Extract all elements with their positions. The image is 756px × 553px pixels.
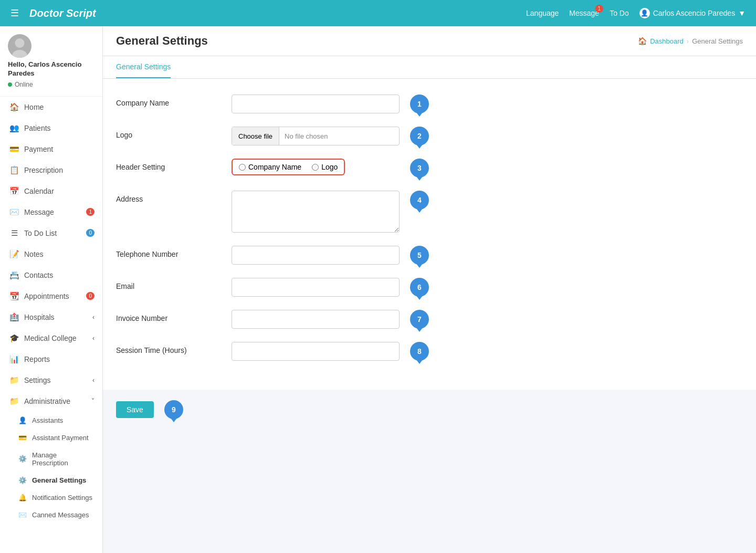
sidebar-item-appointments[interactable]: 📆 Appointments 0 <box>0 286 102 307</box>
address-textarea[interactable] <box>232 191 400 233</box>
form-row-address: Address 4 <box>116 191 743 233</box>
sidebar-item-label: Appointments <box>24 292 69 300</box>
sidebar-item-label: Notes <box>24 250 44 258</box>
sub-item-label: Notification Settings <box>32 494 92 502</box>
radio-company-name[interactable]: Company Name <box>239 163 301 171</box>
file-no-chosen-label: No file chosen <box>279 132 333 140</box>
sidebar-item-todolist[interactable]: ☰ To Do List 0 <box>0 223 102 244</box>
sidebar-item-patients[interactable]: 👥 Patients <box>0 118 102 139</box>
sub-item-canned-messages[interactable]: ✉️ Canned Messages <box>0 506 102 524</box>
radio-logo-label: Logo <box>321 163 338 171</box>
sidebar-item-settings[interactable]: 📁 Settings ‹ <box>0 370 102 391</box>
radio-company-name-input[interactable] <box>239 164 246 171</box>
general-settings-icon: ⚙️ <box>18 476 27 484</box>
sidebar-item-home[interactable]: 🏠 Home <box>0 97 102 118</box>
user-dropdown-icon: ▼ <box>738 9 746 17</box>
sub-item-assistant-payment[interactable]: 💳 Assistant Payment <box>0 429 102 446</box>
notification-settings-icon: 🔔 <box>18 494 27 502</box>
assistants-icon: 👤 <box>18 416 27 424</box>
svg-point-1 <box>15 38 25 48</box>
header-setting-options: Company Name Logo <box>232 159 345 175</box>
sidebar-item-label: Reports <box>24 355 50 363</box>
sidebar-item-contacts[interactable]: 📇 Contacts <box>0 265 102 286</box>
header-setting-wrap-outer: Company Name Logo <box>232 159 400 175</box>
radio-company-name-label: Company Name <box>248 163 301 171</box>
radio-logo[interactable]: Logo <box>312 163 338 171</box>
company-name-wrap <box>232 95 400 113</box>
sidebar-item-label: Contacts <box>24 271 53 279</box>
tab-general-settings[interactable]: General Settings <box>116 56 171 78</box>
sidebar-status: Online <box>8 81 33 88</box>
sub-item-label: Assistants <box>32 416 63 424</box>
user-name: Carlos Ascencio Paredes <box>653 9 735 17</box>
indicator-1: 1 <box>410 95 429 113</box>
email-label: Email <box>116 278 221 290</box>
sidebar-item-administrative[interactable]: 📁 Administrative ˅ <box>0 391 102 412</box>
telephone-input[interactable] <box>232 246 400 265</box>
sidebar-item-payment[interactable]: 💳 Payment <box>0 139 102 160</box>
message-nav-item[interactable]: Message 1 <box>569 9 599 17</box>
message-badge: 1 <box>595 5 604 13</box>
save-section: Save 9 <box>103 390 756 440</box>
save-button[interactable]: Save <box>116 401 154 418</box>
file-input-wrap: Choose file No file chosen <box>232 127 400 145</box>
session-time-input[interactable] <box>232 342 400 361</box>
company-name-input[interactable] <box>232 95 400 113</box>
sidebar-item-medical-college[interactable]: 🎓 Medical College ‹ <box>0 328 102 349</box>
logo-label: Logo <box>116 127 221 139</box>
sidebar-item-prescription[interactable]: 📋 Prescription <box>0 160 102 181</box>
breadcrumb-separator: › <box>687 37 689 45</box>
sidebar-item-label: To Do List <box>24 229 57 237</box>
session-time-label: Session Time (Hours) <box>116 342 221 354</box>
user-menu[interactable]: 👤 Carlos Ascencio Paredes ▼ <box>639 8 746 18</box>
administrative-icon: 📁 <box>9 397 19 406</box>
indicator-4: 4 <box>410 191 429 210</box>
chevron-icon: ‹ <box>92 314 94 321</box>
sidebar-item-hospitals[interactable]: 🏥 Hospitals ‹ <box>0 307 102 328</box>
choose-file-button[interactable]: Choose file <box>232 127 279 145</box>
session-time-wrap <box>232 342 400 361</box>
radio-logo-input[interactable] <box>312 164 319 171</box>
reports-icon: 📊 <box>9 354 19 364</box>
message-sidebar-badge: 1 <box>86 208 94 216</box>
sidebar-item-calendar[interactable]: 📅 Calendar <box>0 181 102 202</box>
language-nav-item[interactable]: Language <box>526 9 559 17</box>
contacts-icon: 📇 <box>9 270 19 280</box>
canned-messages-icon: ✉️ <box>18 511 27 519</box>
form-row-invoice: Invoice Number 7 <box>116 310 743 329</box>
email-input[interactable] <box>232 278 400 297</box>
sidebar-item-reports[interactable]: 📊 Reports <box>0 349 102 370</box>
sidebar-item-label: Settings <box>24 376 51 384</box>
sub-item-manage-prescription[interactable]: ⚙️ Manage Prescription <box>0 446 102 472</box>
medical-college-icon: 🎓 <box>9 333 19 343</box>
sidebar-item-label: Home <box>24 103 44 111</box>
logo-wrap: Choose file No file chosen <box>232 127 400 145</box>
avatar <box>8 34 32 58</box>
sidebar-item-label: Administrative <box>24 397 70 405</box>
breadcrumb-home[interactable]: Dashboard <box>650 37 684 45</box>
sidebar-item-notes[interactable]: 📝 Notes <box>0 244 102 265</box>
sidebar-item-message[interactable]: ✉️ Message 1 <box>0 202 102 223</box>
breadcrumb-dashboard-icon: 🏠 <box>638 37 647 45</box>
chevron-icon: ‹ <box>92 377 94 384</box>
sidebar-item-label: Medical College <box>24 334 77 342</box>
notes-icon: 📝 <box>9 249 19 259</box>
form-panel: Company Name 1 Logo Choose file No file … <box>103 79 756 390</box>
message-icon: ✉️ <box>9 207 19 217</box>
email-wrap <box>232 278 400 297</box>
chevron-icon: ‹ <box>92 335 94 342</box>
home-icon: 🏠 <box>9 102 19 112</box>
chevron-down-icon: ˅ <box>91 398 94 405</box>
sub-item-general-settings[interactable]: ⚙️ General Settings <box>0 472 102 489</box>
app-logo: Doctor Script <box>29 7 526 19</box>
form-row-email: Email 6 <box>116 278 743 297</box>
patients-icon: 👥 <box>9 123 19 133</box>
content-area: General Settings 🏠 Dashboard › General S… <box>103 26 756 553</box>
todo-nav-item[interactable]: To Do <box>610 9 629 17</box>
assistant-payment-icon: 💳 <box>18 434 27 442</box>
sidebar-nav: 🏠 Home 👥 Patients 💳 Payment 📋 Prescripti… <box>0 97 102 553</box>
hamburger-menu[interactable]: ☰ <box>10 7 19 19</box>
sub-item-assistants[interactable]: 👤 Assistants <box>0 412 102 429</box>
invoice-input[interactable] <box>232 310 400 329</box>
sub-item-notification-settings[interactable]: 🔔 Notification Settings <box>0 489 102 506</box>
